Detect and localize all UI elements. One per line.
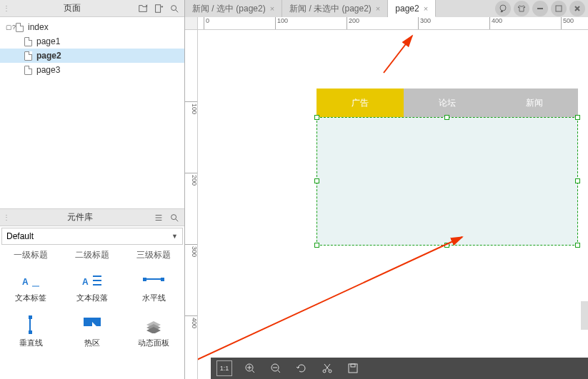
tabs-widget-header: 广告 论坛 新闻 bbox=[317, 89, 578, 117]
document-tab[interactable]: 新闻 / 选中 (page2) × bbox=[185, 0, 282, 17]
ruler-tick: 200 bbox=[347, 17, 359, 30]
pages-header-actions bbox=[136, 1, 181, 16]
widget-category-row: 一级标题 二级标题 三级标题 bbox=[0, 246, 184, 264]
caret-down-icon: ▼ bbox=[171, 233, 178, 240]
tree-item-label: page3 bbox=[36, 65, 60, 75]
tree-root[interactable]: ▢? index bbox=[0, 20, 184, 34]
document-tab[interactable]: 新闻 / 未选中 (page2) × bbox=[282, 0, 388, 17]
svg-line-13 bbox=[198, 237, 462, 373]
dynamic-panel-icon bbox=[142, 316, 165, 333]
search-icon[interactable] bbox=[167, 1, 181, 16]
tree-item-label: page2 bbox=[36, 51, 61, 61]
menu-icon[interactable] bbox=[151, 211, 166, 225]
resize-handle[interactable] bbox=[575, 178, 580, 183]
horizontal-ruler[interactable]: 0 100 200 300 400 500 bbox=[198, 17, 588, 30]
close-icon[interactable]: × bbox=[424, 4, 428, 13]
close-icon[interactable]: × bbox=[270, 4, 274, 13]
splitter-handle[interactable] bbox=[581, 301, 588, 330]
caret-down-icon[interactable]: ▢? bbox=[6, 24, 13, 31]
resize-handle[interactable] bbox=[314, 115, 319, 120]
widget-category[interactable]: 一级标题 bbox=[14, 249, 48, 261]
resize-handle[interactable] bbox=[444, 115, 449, 120]
widgets-panel: ⋮ 元件库 Default ▼ 一级标题 二级标题 三级标题 A 文本标签 A … bbox=[0, 208, 184, 379]
search-icon[interactable] bbox=[167, 211, 181, 225]
ruler-tick: 0 bbox=[204, 17, 209, 30]
new-page-icon[interactable] bbox=[151, 1, 166, 16]
tabs-widget-tab[interactable]: 论坛 bbox=[404, 89, 491, 117]
library-select[interactable]: Default ▼ bbox=[1, 228, 183, 245]
chat-icon[interactable] bbox=[495, 1, 511, 16]
resize-handle[interactable] bbox=[314, 243, 319, 248]
refresh-icon[interactable] bbox=[294, 360, 309, 376]
pages-panel: ⋮ 页面 ▢? index page1 page2 bbox=[0, 0, 184, 80]
widget-dynamic-panel[interactable]: 动态面板 bbox=[123, 316, 184, 348]
minimize-icon[interactable] bbox=[532, 1, 548, 16]
text-label-icon: A bbox=[19, 271, 42, 288]
ruler-tick: 400 bbox=[489, 17, 502, 30]
pages-panel-title: 页面 bbox=[9, 2, 136, 14]
widgets-header-actions bbox=[151, 211, 181, 225]
paragraph-icon: A bbox=[81, 271, 104, 288]
canvas-bottom-toolbar: 1:1 bbox=[211, 358, 588, 379]
tab-text: 论坛 bbox=[439, 97, 456, 109]
widget-category[interactable]: 三级标题 bbox=[136, 249, 171, 261]
tree-item-page1[interactable]: page1 bbox=[0, 34, 184, 49]
hotspot-icon bbox=[81, 316, 104, 333]
widget-category[interactable]: 二级标题 bbox=[75, 249, 109, 261]
right-column: 新闻 / 选中 (page2) × 新闻 / 未选中 (page2) × pag… bbox=[185, 0, 588, 379]
resize-handle[interactable] bbox=[314, 178, 319, 183]
widget-vertical-line[interactable]: 垂直线 bbox=[0, 316, 61, 348]
tree-item-page2[interactable]: page2 bbox=[0, 49, 184, 63]
drag-handle-icon[interactable]: ⋮ bbox=[3, 4, 9, 12]
widget-paragraph[interactable]: A 文本段落 bbox=[61, 271, 123, 303]
tab-label: 新闻 / 选中 (page2) bbox=[192, 3, 266, 15]
tab-label: page2 bbox=[395, 4, 419, 14]
widget-label: 垂直线 bbox=[19, 338, 43, 348]
horizontal-line-icon bbox=[142, 271, 165, 288]
tree-item-label: page1 bbox=[36, 36, 60, 46]
svg-text:A: A bbox=[82, 277, 89, 287]
tabs-widget-content[interactable] bbox=[317, 117, 578, 246]
widget-label: 文本标签 bbox=[15, 293, 46, 303]
widget-label: 文本段落 bbox=[76, 293, 108, 303]
close-window-icon[interactable] bbox=[569, 1, 585, 16]
svg-point-2 bbox=[171, 214, 176, 219]
new-folder-icon[interactable] bbox=[136, 1, 150, 16]
ruler-tick: 300 bbox=[418, 17, 431, 30]
resize-handle[interactable] bbox=[575, 115, 580, 120]
close-icon[interactable]: × bbox=[376, 4, 380, 13]
widget-text-label[interactable]: A 文本标签 bbox=[0, 271, 61, 303]
svg-rect-19 bbox=[351, 364, 355, 367]
ruler-tick: 300 bbox=[185, 244, 198, 257]
zoom-in-icon[interactable] bbox=[242, 360, 258, 376]
canvas-tabs-widget[interactable]: 广告 论坛 新闻 bbox=[317, 89, 578, 246]
widgets-panel-header: ⋮ 元件库 bbox=[0, 209, 184, 226]
tabs-widget-tab[interactable]: 新闻 bbox=[491, 89, 578, 117]
save-icon[interactable] bbox=[345, 360, 361, 376]
zoom-reset-button[interactable]: 1:1 bbox=[216, 360, 232, 376]
window-controls bbox=[495, 1, 588, 16]
svg-rect-18 bbox=[349, 364, 357, 373]
resize-handle[interactable] bbox=[444, 243, 449, 248]
ruler-tick: 200 bbox=[185, 173, 198, 186]
tab-text: 广告 bbox=[352, 97, 369, 109]
resize-handle[interactable] bbox=[575, 243, 580, 248]
cut-icon[interactable] bbox=[319, 360, 335, 376]
vertical-line-icon bbox=[19, 316, 42, 333]
widget-horizontal-line[interactable]: 水平线 bbox=[123, 271, 184, 303]
document-tab-bar: 新闻 / 选中 (page2) × 新闻 / 未选中 (page2) × pag… bbox=[185, 0, 588, 17]
shirt-icon[interactable] bbox=[514, 1, 529, 16]
canvas[interactable]: 广告 论坛 新闻 1:1 bbox=[198, 30, 588, 379]
zoom-out-icon[interactable] bbox=[268, 360, 284, 376]
svg-rect-11 bbox=[556, 6, 562, 11]
vertical-ruler[interactable]: 100 200 300 400 bbox=[185, 30, 198, 379]
widget-hotspot[interactable]: 热区 bbox=[61, 316, 123, 348]
widgets-panel-title: 元件库 bbox=[9, 211, 151, 223]
drag-handle-icon[interactable]: ⋮ bbox=[3, 213, 9, 221]
ruler-tick: 100 bbox=[275, 17, 288, 30]
tabs-widget-tab-active[interactable]: 广告 bbox=[317, 89, 404, 117]
document-tab-active[interactable]: page2 × bbox=[388, 0, 436, 17]
tree-item-page3[interactable]: page3 bbox=[0, 63, 184, 77]
maximize-icon[interactable] bbox=[551, 1, 567, 16]
ruler-tick: 400 bbox=[185, 315, 198, 328]
